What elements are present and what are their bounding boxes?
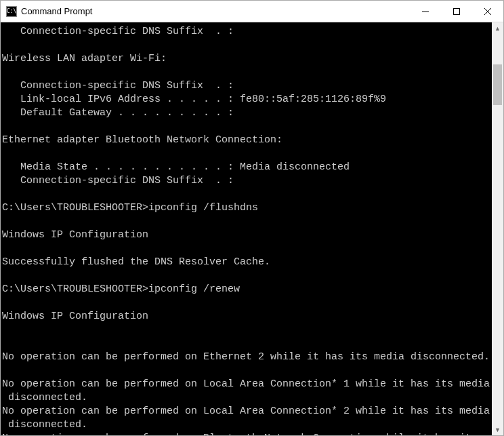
scroll-up-arrow[interactable]: ▲ bbox=[492, 22, 503, 34]
maximize-button[interactable] bbox=[441, 1, 472, 22]
minimize-button[interactable] bbox=[410, 1, 441, 22]
window-controls bbox=[410, 1, 503, 22]
scrollbar[interactable]: ▲ ▼ bbox=[492, 22, 503, 435]
command-prompt-icon: C:\ bbox=[6, 6, 17, 17]
titlebar: C:\ Command Prompt bbox=[1, 1, 503, 22]
close-button[interactable] bbox=[472, 1, 503, 22]
console-area: Connection-specific DNS Suffix . : Wirel… bbox=[1, 22, 503, 435]
scroll-down-arrow[interactable]: ▼ bbox=[492, 424, 503, 435]
window-title: Command Prompt bbox=[21, 6, 410, 16]
scroll-thumb[interactable] bbox=[493, 64, 502, 105]
svg-rect-0 bbox=[454, 8, 460, 14]
console-output[interactable]: Connection-specific DNS Suffix . : Wirel… bbox=[1, 22, 492, 435]
